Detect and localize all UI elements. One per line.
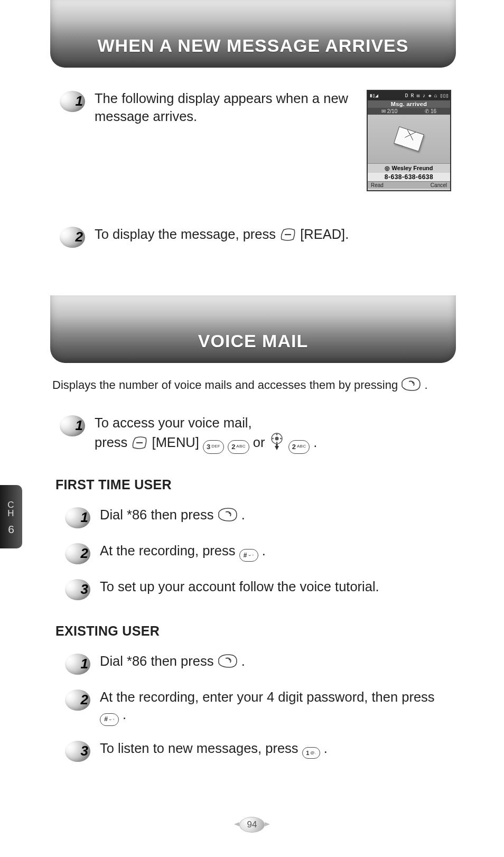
- step-row: 2 To display the message, press [READ].: [50, 226, 454, 248]
- step-row: 2 At the recording, press #⌣ ◦ .: [55, 542, 454, 564]
- step-text: Dial *86 then press .: [100, 653, 454, 670]
- step-bullet: 1: [60, 91, 85, 112]
- step-bullet: 3: [65, 579, 90, 600]
- send-key-icon: [401, 377, 421, 392]
- first-time-list: 1 Dial *86 then press . 2 At the recordi…: [50, 506, 454, 600]
- svg-point-6: [272, 438, 274, 440]
- left-soft-key-icon: [279, 228, 296, 241]
- svg-point-4: [276, 434, 277, 435]
- count-msg: ✉ 2/10: [381, 108, 397, 114]
- step-text: To listen to new messages, press 1@. .: [100, 740, 454, 759]
- left-soft-key-icon: [131, 436, 148, 450]
- voice-mail-intro: Displays the number of voice mails and a…: [50, 377, 454, 392]
- step-number: 1: [76, 417, 83, 434]
- manual-page: WHEN A NEW MESSAGE ARRIVES ▮▯◢ D R ✉ ♪ ✚…: [0, 0, 504, 857]
- chapter-number: 6: [8, 523, 14, 536]
- step-text: The following display appears when a new…: [95, 90, 348, 125]
- section-header-new-message: WHEN A NEW MESSAGE ARRIVES: [50, 0, 456, 68]
- phone-counts: ✉ 2/10 ✆ 16: [368, 108, 450, 115]
- key-1-icon: 1@.: [302, 747, 320, 759]
- key-2-icon: 2ABC: [228, 440, 249, 454]
- step-number: 1: [76, 93, 83, 109]
- phone-body: [368, 115, 450, 163]
- step-bullet: 1: [65, 507, 90, 528]
- svg-point-7: [280, 438, 282, 440]
- phone-status-bar: ▮▯◢ D R ✉ ♪ ✚ ⌂ ▯▯▯: [368, 91, 450, 100]
- step-text: Dial *86 then press .: [100, 506, 454, 524]
- subheading-first-time: FIRST TIME USER: [50, 477, 454, 492]
- svg-point-5: [276, 442, 277, 443]
- step-text: At the recording, enter your 4 digit pas…: [100, 688, 454, 726]
- send-key-icon: [218, 654, 238, 668]
- phone-screenshot: ▮▯◢ D R ✉ ♪ ✚ ⌂ ▯▯▯ Msg. arrived ✉ 2/10 …: [367, 90, 451, 191]
- chapter-tab: CH 6: [0, 485, 22, 548]
- step-bullet: 2: [65, 690, 90, 711]
- key-3-icon: 3DEF: [203, 440, 224, 454]
- phone-sender: ◎ Wesley Freund: [368, 163, 450, 173]
- status-right: D R ✉ ♪ ✚ ⌂ ▯▯▯: [405, 92, 449, 99]
- step-row: 1 Dial *86 then press .: [55, 506, 454, 528]
- step-bullet: 3: [65, 741, 90, 762]
- step-row: 3 To set up your account follow the voic…: [55, 578, 454, 600]
- key-hash-icon: #⌣ ◦: [100, 713, 119, 726]
- phone-banner: Msg. arrived: [368, 100, 450, 108]
- step-bullet: 1: [60, 415, 85, 436]
- send-key-icon: [218, 507, 238, 522]
- step-text: To display the message, press [READ].: [95, 226, 454, 244]
- step-row: 1 Dial *86 then press .: [55, 653, 454, 675]
- key-2-icon: 2ABC: [288, 440, 310, 454]
- step-row: 3 To listen to new messages, press 1@. .: [55, 740, 454, 762]
- existing-list: 1 Dial *86 then press . 2 At the recordi…: [50, 653, 454, 762]
- chapter-label: CH: [7, 501, 14, 518]
- status-left: ▮▯◢: [369, 92, 378, 99]
- step-bullet: 1: [65, 654, 90, 675]
- svg-point-3: [275, 436, 278, 440]
- step-row: 2 At the recording, enter your 4 digit p…: [55, 688, 454, 726]
- step-text: To access your voice mail, press [MENU] …: [95, 414, 454, 453]
- step-row: 1 To access your voice mail, press [MENU…: [50, 414, 454, 453]
- phone-softkeys: Read Cancel: [368, 181, 450, 189]
- section-title: VOICE MAIL: [198, 331, 308, 351]
- count-vm: ✆ 16: [425, 108, 436, 114]
- page-number: 94: [239, 816, 265, 834]
- key-hash-icon: #⌣ ◦: [239, 549, 258, 562]
- softkey-read: Read: [371, 182, 384, 188]
- section-header-voice-mail: VOICE MAIL: [50, 295, 456, 363]
- step-bullet: 2: [65, 543, 90, 564]
- step-number: 2: [76, 229, 83, 245]
- phone-number: 8-638-638-6638: [368, 173, 450, 181]
- step-text: At the recording, press #⌣ ◦ .: [100, 542, 454, 562]
- envelope-icon: [394, 126, 424, 152]
- section-title: WHEN A NEW MESSAGE ARRIVES: [98, 35, 409, 56]
- softkey-cancel: Cancel: [431, 182, 447, 188]
- subheading-existing: EXISTING USER: [50, 623, 454, 639]
- step-text: To set up your account follow the voice …: [100, 578, 454, 596]
- nav-down-key-icon: [269, 432, 285, 451]
- step-bullet: 2: [60, 227, 85, 248]
